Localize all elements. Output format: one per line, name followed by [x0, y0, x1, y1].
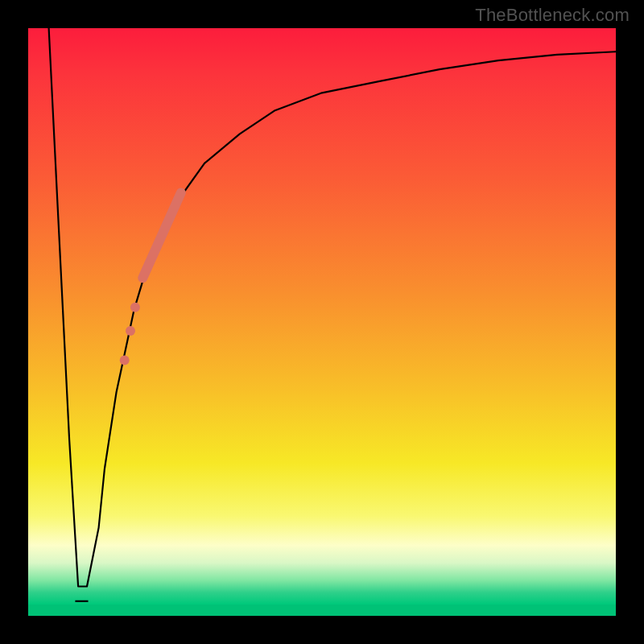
outer-frame: TheBottleneck.com: [0, 0, 644, 644]
highlight-dot: [120, 355, 130, 365]
highlight-dot: [130, 303, 140, 312]
highlight-dots: [120, 303, 140, 365]
plot-area: [28, 28, 616, 616]
highlight-dot: [126, 326, 135, 336]
highlight-strip: [142, 192, 181, 278]
curve-svg: [28, 28, 616, 616]
watermark-text: TheBottleneck.com: [475, 5, 630, 26]
